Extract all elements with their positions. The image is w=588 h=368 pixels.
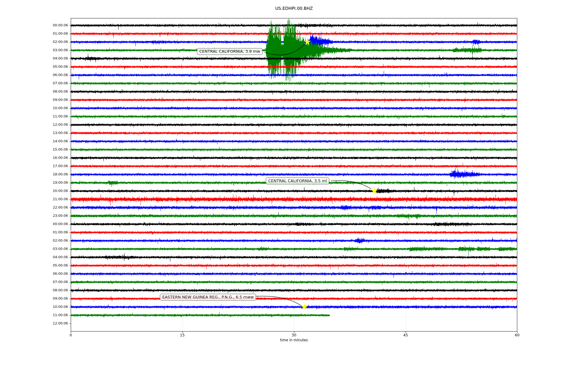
y-axis-tick-label: 08:00:06: [40, 288, 68, 293]
y-axis-tick-label: 01:00:06: [40, 230, 68, 235]
y-axis-tick-label: 10:00:06: [40, 106, 68, 110]
y-axis-tick-label: 06:00:06: [40, 272, 68, 276]
y-axis-tick-label: 07:00:06: [40, 81, 68, 86]
y-axis-tick-label: 01:00:06: [40, 32, 68, 36]
y-axis-tick-label: 14:00:06: [40, 139, 68, 144]
y-axis-tick-label: 02:00:06: [40, 239, 68, 243]
y-axis-tick-label: 12:00:06: [40, 321, 68, 326]
y-axis-tick-label: 03:00:06: [40, 48, 68, 52]
y-axis-tick-label: 06:00:06: [40, 73, 68, 77]
x-axis-label: time in minutes: [280, 338, 308, 342]
y-axis-tick-label: 18:00:06: [40, 172, 68, 177]
y-axis-tick-label: 08:00:06: [40, 90, 68, 94]
y-axis-tick-label: 19:00:06: [40, 181, 68, 185]
event-annotation-eastern-new-guinea: EASTERN NEW GUINEA REG., P.N.G., 6.5 mww: [160, 294, 256, 301]
y-axis-tick-label: 15:00:06: [40, 148, 68, 152]
y-axis-tick-label: 05:00:06: [40, 65, 68, 69]
y-axis-tick-label: 11:00:06: [40, 114, 68, 119]
x-axis-tick-label: 0: [70, 333, 72, 337]
y-axis-tick-label: 03:00:06: [40, 247, 68, 251]
y-axis-tick-label: 11:00:06: [40, 313, 68, 317]
y-axis-tick-label: 20:00:06: [40, 189, 68, 193]
y-axis-tick-label: 21:00:06: [40, 197, 68, 201]
x-axis-tick-label: 45: [403, 333, 408, 337]
x-axis-tick-label: 30: [292, 333, 296, 337]
y-axis-tick-label: 16:00:06: [40, 156, 68, 160]
x-axis-tick-label: 15: [180, 333, 185, 337]
y-axis-tick-label: 02:00:06: [40, 40, 68, 44]
y-axis-tick-label: 17:00:06: [40, 164, 68, 168]
y-axis-tick-label: 23:00:06: [40, 214, 68, 218]
y-axis-tick-label: 12:00:06: [40, 123, 68, 127]
y-axis-tick-label: 07:00:06: [40, 280, 68, 284]
seismogram-figure: US.EDHPI.00.BHZ 00:00:0601:00:0602:00:06…: [0, 0, 588, 368]
event-annotation-central-california-39: CENTRAL CALIFORNIA, 3.9 mw: [197, 48, 262, 55]
y-axis-tick-label: 10:00:06: [40, 305, 68, 309]
y-axis-tick-label: 05:00:06: [40, 263, 68, 268]
y-axis-tick-label: 00:00:06: [40, 23, 68, 28]
y-axis-tick-label: 09:00:06: [40, 297, 68, 301]
y-axis-tick-label: 04:00:06: [40, 56, 68, 61]
y-axis-tick-label: 09:00:06: [40, 98, 68, 102]
y-axis-tick-label: 04:00:06: [40, 255, 68, 259]
event-annotation-central-california-35: CENTRAL CALIFORNIA, 3.5 ml: [266, 178, 329, 184]
y-axis-tick-label: 00:00:06: [40, 222, 68, 226]
y-axis-tick-label: 22:00:06: [40, 205, 68, 210]
y-axis-tick-label: 13:00:06: [40, 131, 68, 135]
x-axis-tick-label: 60: [515, 333, 519, 337]
